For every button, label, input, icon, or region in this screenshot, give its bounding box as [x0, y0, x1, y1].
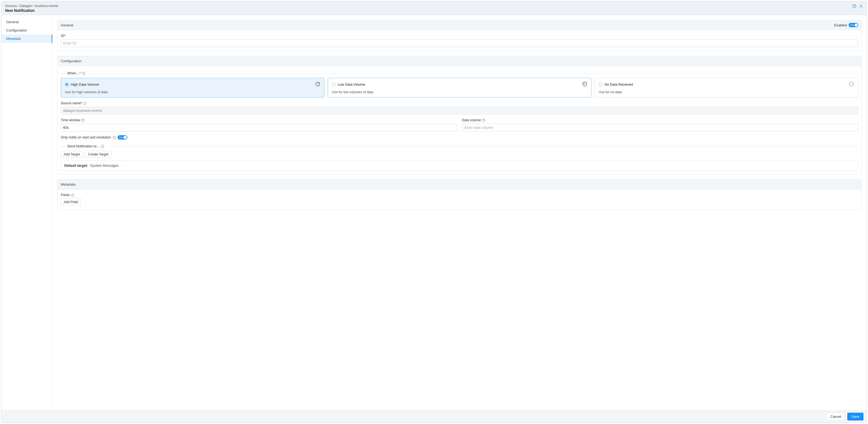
default-target-box: Default target: System Messages [61, 161, 858, 171]
create-target-button[interactable]: Create Target [85, 151, 112, 158]
panel-metadata-heading: Metadata [61, 182, 75, 187]
panel-configuration-heading: Configuration [61, 59, 82, 63]
main-content: General Enabled Yes ID* [53, 15, 867, 410]
when-option-low-data-volume[interactable]: Low Data Volume Use for low volumes of d… [328, 78, 591, 97]
add-field-button[interactable]: Add Field [61, 199, 81, 205]
source-name-label: Source name* [61, 101, 82, 105]
svg-point-12 [83, 121, 83, 121]
svg-point-18 [102, 147, 103, 147]
svg-point-14 [484, 121, 484, 121]
radio-icon [332, 83, 336, 86]
breadcrumb-separator: › [18, 4, 19, 8]
panel-general-heading: General [61, 23, 73, 27]
when-label: When…* [67, 72, 81, 75]
when-option-desc: Use for low volumes of data [332, 90, 587, 94]
default-target-value: System Messages [90, 164, 119, 168]
close-icon[interactable] [859, 4, 863, 8]
toggle-yes-label: Yes [850, 24, 854, 26]
svg-point-8 [850, 82, 854, 86]
save-button[interactable]: Save [847, 413, 863, 421]
add-target-button[interactable]: Add Target [61, 151, 83, 158]
gauge-none-icon [849, 81, 854, 88]
fields-label: Fields [61, 193, 70, 197]
gauge-high-icon [315, 81, 320, 88]
data-volume-label: Data volume [462, 118, 481, 122]
help-icon[interactable] [81, 118, 85, 122]
sidebar: General Configuration Metadata [1, 15, 53, 410]
time-window-input[interactable] [61, 124, 457, 132]
notify-start-res-label: Only notify on start and resolution [61, 136, 111, 139]
footer: Cancel Save [1, 410, 867, 423]
breadcrumb-business-events[interactable]: business-events [35, 4, 58, 8]
notify-start-res-toggle[interactable]: Yes [118, 135, 127, 140]
panel-general: General Enabled Yes ID* [57, 20, 862, 51]
svg-point-20 [72, 196, 73, 196]
toggle-yes-label: Yes [119, 136, 123, 139]
svg-point-1 [854, 7, 854, 7]
when-option-high-data-volume[interactable]: High Data Volume Use for high volumes of… [61, 78, 324, 97]
breadcrumb-sources[interactable]: Sources [5, 4, 17, 8]
when-option-title: No Data Received [604, 82, 633, 86]
page-title: New Notification [5, 8, 58, 13]
enabled-label: Enabled [834, 23, 847, 27]
when-option-desc: Use for no data [599, 90, 854, 94]
page-header: Sources › Datagen › business-events New … [1, 1, 867, 15]
id-input[interactable] [61, 39, 858, 47]
send-notification-to-label: Send Notification to… [67, 144, 100, 148]
breadcrumb-datagen[interactable]: Datagen [20, 4, 32, 8]
enabled-toggle[interactable]: Yes [849, 23, 858, 27]
help-icon[interactable] [482, 118, 486, 122]
radio-icon [65, 83, 69, 86]
id-label: ID* [61, 34, 858, 38]
help-icon[interactable] [71, 193, 74, 197]
sidebar-item-configuration[interactable]: Configuration [1, 26, 52, 34]
help-icon[interactable] [101, 145, 104, 148]
source-name-input [61, 107, 858, 114]
panel-metadata: Metadata Fields Add Field [57, 179, 862, 209]
help-icon[interactable] [82, 72, 85, 75]
when-option-title: Low Data Volume [338, 82, 365, 86]
sidebar-item-metadata[interactable]: Metadata [1, 34, 52, 43]
breadcrumb: Sources › Datagen › business-events [5, 4, 58, 8]
help-icon[interactable] [113, 136, 116, 139]
data-volume-input[interactable] [462, 124, 858, 132]
radio-icon [599, 83, 602, 86]
help-icon[interactable] [852, 4, 857, 8]
panel-configuration: Configuration When…* [57, 56, 862, 174]
breadcrumb-separator: › [33, 4, 34, 8]
time-window-label: Time window [61, 118, 80, 122]
when-option-desc: Use for high volumes of data [65, 90, 320, 94]
when-option-no-data-received[interactable]: No Data Received Use for no data [595, 78, 858, 97]
sidebar-item-general[interactable]: General [1, 18, 52, 26]
when-option-title: High Data Volume [71, 82, 99, 86]
default-target-label: Default target: [64, 164, 88, 168]
cancel-button[interactable]: Cancel [826, 413, 845, 421]
help-icon[interactable] [83, 102, 87, 105]
gauge-low-icon [582, 81, 587, 88]
